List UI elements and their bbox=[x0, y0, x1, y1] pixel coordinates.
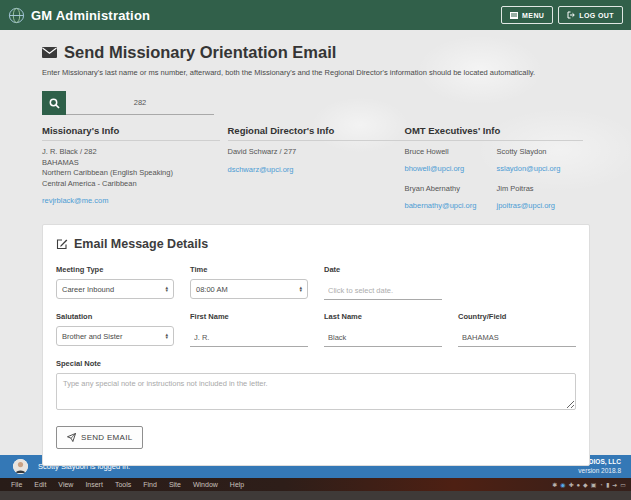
window-icon[interactable]: ▭ bbox=[620, 482, 626, 488]
search-icon bbox=[49, 98, 60, 109]
menubar-item-view[interactable]: View bbox=[52, 481, 79, 488]
email-details-card: Email Message Details Meeting Type Caree… bbox=[42, 224, 590, 466]
menubar-item-insert[interactable]: Insert bbox=[79, 481, 109, 488]
omt-contact-email-link[interactable]: bhowell@upci.org bbox=[405, 164, 465, 175]
omt-contact: Scotty Slaydon sslaydon@upci.org bbox=[497, 147, 589, 175]
arrow-icon[interactable]: ➔ bbox=[612, 482, 617, 488]
omt-executives-column: OMT Executives' Info Bruce Howell bhowel… bbox=[405, 125, 591, 212]
omt-executives-heading: OMT Executives' Info bbox=[405, 125, 583, 141]
salutation-label: Salutation bbox=[56, 312, 174, 321]
missionary-area: Central America - Caribbean bbox=[42, 179, 228, 190]
date-label: Date bbox=[324, 265, 442, 274]
globe-logo-icon bbox=[8, 7, 25, 24]
country-field-input[interactable] bbox=[458, 328, 576, 347]
time-label: Time bbox=[190, 265, 308, 274]
logout-icon bbox=[567, 11, 575, 19]
envelope-icon bbox=[42, 47, 57, 58]
first-name-input[interactable] bbox=[190, 328, 308, 347]
menubar-item-window[interactable]: Window bbox=[187, 481, 224, 488]
menubar-item-tools[interactable]: Tools bbox=[109, 481, 137, 488]
select-stepper-icon: ▴▾ bbox=[165, 333, 168, 340]
system-tray: ✱ ◉ ✚ ● ◆ ▣ ◔ ▮ ➔ ▭ bbox=[552, 482, 626, 488]
missionary-country: BAHAMAS bbox=[42, 158, 228, 169]
grid-icon[interactable]: ✚ bbox=[568, 482, 573, 488]
card-title: Email Message Details bbox=[74, 237, 208, 251]
page-title: Send Missionary Orientation Email bbox=[64, 43, 336, 62]
time-select[interactable]: 08:00 AM ▴▾ bbox=[190, 279, 308, 299]
droplet-icon[interactable]: ◆ bbox=[583, 482, 588, 488]
circle-icon[interactable]: ● bbox=[576, 482, 580, 488]
swirl-app-icon[interactable]: ◉ bbox=[560, 482, 565, 488]
app-header: GM Administration MENU LOG OUT bbox=[0, 0, 631, 30]
version-label: version 2018.8 bbox=[482, 467, 621, 476]
monkey-icon[interactable]: ✱ bbox=[552, 482, 557, 488]
last-name-input[interactable] bbox=[324, 328, 442, 347]
first-name-label: First Name bbox=[190, 312, 308, 321]
os-menubar: File Edit View Insert Tools Find Site Wi… bbox=[0, 478, 631, 491]
last-name-label: Last Name bbox=[324, 312, 442, 321]
omt-contact: Bruce Howell bhowell@upci.org bbox=[405, 147, 497, 175]
missionary-name: J. R. Black / 282 bbox=[42, 147, 228, 158]
special-note-label: Special Note bbox=[56, 359, 576, 368]
meeting-type-label: Meeting Type bbox=[56, 265, 174, 274]
missionary-search-input[interactable] bbox=[66, 91, 214, 115]
lookup-results: Missionary's Info J. R. Black / 282 BAHA… bbox=[42, 125, 590, 212]
menubar-item-find[interactable]: Find bbox=[137, 481, 163, 488]
omt-contact: Bryan Abernathy babernathy@upci.org bbox=[405, 184, 497, 212]
select-stepper-icon: ▴▾ bbox=[299, 286, 302, 293]
omt-contact-email-link[interactable]: babernathy@upci.org bbox=[405, 201, 477, 212]
main-content: Send Missionary Orientation Email Enter … bbox=[0, 30, 631, 455]
menu-button[interactable]: MENU bbox=[501, 6, 553, 24]
clock-icon[interactable]: ◔ bbox=[599, 482, 603, 488]
meeting-type-field: Meeting Type Career Inbound ▴▾ bbox=[56, 265, 174, 300]
search-button[interactable] bbox=[42, 91, 66, 115]
missionary-info-heading: Missionary's Info bbox=[42, 125, 220, 141]
country-field-label: Country/Field bbox=[458, 312, 576, 321]
stats-icon[interactable]: ▮ bbox=[606, 482, 609, 488]
last-name-field: Last Name bbox=[324, 312, 442, 347]
edit-icon bbox=[56, 238, 68, 250]
special-note-field: Special Note bbox=[56, 359, 576, 414]
regional-director-heading: Regional Director's Info bbox=[228, 125, 406, 141]
missionary-info-column: Missionary's Info J. R. Black / 282 BAHA… bbox=[42, 125, 228, 212]
date-field: Date bbox=[324, 265, 442, 300]
paper-plane-icon bbox=[67, 433, 76, 442]
regional-director-column: Regional Director's Info David Schwarz /… bbox=[228, 125, 405, 212]
regional-director-email-link[interactable]: dschwarz@upci.org bbox=[228, 165, 294, 176]
first-name-field: First Name bbox=[190, 312, 308, 347]
missionary-region: Northern Caribbean (English Speaking) bbox=[42, 168, 228, 179]
menubar-item-file[interactable]: File bbox=[5, 481, 28, 488]
camera-icon[interactable]: ▣ bbox=[591, 482, 597, 488]
menubar-item-site[interactable]: Site bbox=[163, 481, 187, 488]
bottom-strip bbox=[0, 491, 631, 500]
omt-contact-email-link[interactable]: sslaydon@upci.org bbox=[497, 164, 561, 175]
time-field: Time 08:00 AM ▴▾ bbox=[190, 265, 308, 300]
page-subtitle: Enter Missionary's last name or ms numbe… bbox=[42, 68, 590, 77]
menubar-item-help[interactable]: Help bbox=[224, 481, 250, 488]
menubar-item-edit[interactable]: Edit bbox=[28, 481, 52, 488]
omt-contact: Jim Poitras jpoitras@upci.org bbox=[497, 184, 589, 212]
salutation-select[interactable]: Brother and Sister ▴▾ bbox=[56, 326, 174, 346]
salutation-field: Salutation Brother and Sister ▴▾ bbox=[56, 312, 174, 347]
missionary-email-link[interactable]: revjrblack@me.com bbox=[42, 196, 108, 207]
send-email-button[interactable]: SEND EMAIL bbox=[56, 426, 143, 449]
date-input[interactable] bbox=[324, 281, 442, 300]
logout-button[interactable]: LOG OUT bbox=[558, 6, 623, 24]
menu-icon bbox=[510, 12, 518, 19]
meeting-type-select[interactable]: Career Inbound ▴▾ bbox=[56, 279, 174, 299]
app-title: GM Administration bbox=[31, 8, 150, 23]
special-note-textarea[interactable] bbox=[56, 373, 576, 410]
select-stepper-icon: ▴▾ bbox=[165, 286, 168, 293]
country-field: Country/Field bbox=[458, 312, 576, 347]
omt-contact-email-link[interactable]: jpoitras@upci.org bbox=[497, 201, 555, 212]
regional-director-name: David Schwarz / 277 bbox=[228, 147, 405, 158]
